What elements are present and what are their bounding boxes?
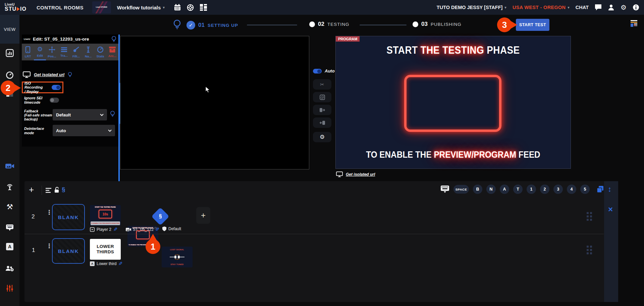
row-menu-kebab[interactable]: ⋮ <box>46 244 52 248</box>
get-isolated-url-row: Get isolated url <box>23 71 72 78</box>
cut-button[interactable]: ✂ <box>313 79 331 90</box>
key-n[interactable]: N <box>486 185 496 194</box>
key-5[interactable]: 5 <box>580 185 590 194</box>
ignore-sei-toggle[interactable] <box>50 98 59 103</box>
row-menu-kebab[interactable]: ⋮ <box>46 211 52 214</box>
analytics-icon[interactable] <box>6 49 14 57</box>
push-in-button[interactable] <box>313 105 331 115</box>
tab-transition[interactable]: Tra... <box>58 44 70 60</box>
calendar-icon[interactable] <box>174 4 181 11</box>
step-label: PUBLISHING <box>431 22 462 27</box>
chat-bubble-icon[interactable] <box>595 4 602 11</box>
guests-icon[interactable] <box>5 265 14 272</box>
lightbulb-icon[interactable] <box>173 19 181 30</box>
row-drag-handle[interactable] <box>587 246 592 254</box>
info-icon[interactable] <box>633 4 639 11</box>
media-player-icon <box>90 227 95 232</box>
duplicate-icon[interactable] <box>597 186 604 193</box>
workflow-thumbnail[interactable]: LiveU STUDIO <box>92 1 111 13</box>
section-link-icon[interactable]: § <box>62 186 65 193</box>
close-icon[interactable]: × <box>608 205 613 214</box>
toolbar-divider <box>42 186 42 195</box>
key-a[interactable]: A <box>500 185 509 194</box>
get-isolated-url-link[interactable]: Get isolated url <box>34 72 64 77</box>
auto-transition-row: Auto <box>313 68 335 73</box>
user-icon[interactable] <box>608 4 614 11</box>
deinterlace-select[interactable]: Auto <box>53 125 115 136</box>
edit-pencil-icon[interactable]: ✎ <box>118 261 123 267</box>
support-icon[interactable] <box>187 4 194 11</box>
fallback-select[interactable]: Default <box>53 109 107 120</box>
key-4[interactable]: 4 <box>567 185 576 194</box>
key-t[interactable]: T <box>513 185 523 194</box>
right-panel-toggle-icon[interactable] <box>630 19 638 28</box>
transition-settings-button[interactable]: ⚙ <box>313 132 331 142</box>
scene-item-lower-thirds[interactable]: LOWER THIRDS <box>90 239 121 260</box>
broadcast-icon[interactable] <box>6 183 14 191</box>
layout-panels-icon[interactable] <box>200 4 207 11</box>
settings-gear-icon[interactable]: ⚙ <box>621 4 627 11</box>
tab-stats[interactable]: Stats <box>94 44 106 60</box>
lightbulb-icon[interactable] <box>110 111 115 117</box>
tab-edit[interactable]: ⚙ Edit <box>34 44 46 60</box>
blank-scene-button[interactable]: BLANK <box>52 238 85 264</box>
key-b[interactable]: B <box>473 185 482 194</box>
speedometer-icon[interactable] <box>6 71 14 79</box>
tools-icon[interactable]: ⚒ <box>6 203 13 211</box>
view-section: VIEW <box>0 15 19 44</box>
edit-pencil-icon[interactable]: ✎ <box>113 226 118 233</box>
preview-monitor <box>120 36 309 169</box>
workflow-tutorials-menu[interactable]: Workflow tutorials ▾ <box>117 5 165 10</box>
start-test-button[interactable]: START TEST <box>516 19 549 31</box>
scene-item-default[interactable]: LOST SIGNAL STAY TUNED <box>162 247 193 267</box>
row-number: 2 <box>32 213 35 220</box>
iso-recording-toggle[interactable] <box>52 85 61 90</box>
control-rooms-label[interactable]: CONTROL ROOMS <box>37 5 84 10</box>
titles-icon[interactable]: A <box>6 243 13 250</box>
align-lines-icon[interactable] <box>46 188 52 193</box>
transition-wipe-button[interactable] <box>313 92 331 102</box>
reorder-updown-icon[interactable]: ↕ <box>608 185 611 194</box>
key-1[interactable]: 1 <box>527 185 536 194</box>
lower-third-label-row: A Lower third ✎ <box>90 261 123 267</box>
keyboard-icon[interactable] <box>440 185 449 193</box>
step-number: 03 <box>421 21 428 28</box>
lightbulb-icon[interactable] <box>111 36 116 43</box>
add-scene-button[interactable]: + <box>29 185 34 195</box>
key-2[interactable]: 2 <box>540 185 549 194</box>
tab-name[interactable]: Na... <box>82 44 94 60</box>
tab-archive[interactable]: Arc... <box>106 44 118 60</box>
step-label: TESTING <box>327 22 350 27</box>
scissors-icon: ✂ <box>320 82 324 88</box>
tab-position[interactable]: Pos... <box>46 44 58 60</box>
edit-panel-tabs: LRT ⚙ Edit Pos... Tra... Filt... Na... S… <box>22 44 118 60</box>
region-selector[interactable]: USA WEST - OREGON ▾ <box>513 5 570 10</box>
tab-filters[interactable]: Filt... <box>70 44 82 60</box>
add-item-button[interactable]: + <box>196 207 210 224</box>
row-divider <box>24 234 604 234</box>
scene-item-label: Player 2 <box>97 227 111 232</box>
slide-in-icon <box>319 107 325 113</box>
auto-toggle[interactable] <box>313 69 322 73</box>
get-isolated-url-link[interactable]: Get isolated url <box>346 172 375 177</box>
step-dot <box>309 21 315 27</box>
lightbulb-icon[interactable] <box>68 72 72 78</box>
workflow-thumbnail-text: LiveU STUDIO <box>96 6 107 8</box>
chat-keyboard-icon[interactable] <box>6 224 14 232</box>
push-out-button[interactable] <box>313 117 331 128</box>
tab-lrt[interactable]: LRT <box>22 44 34 60</box>
chat-button[interactable]: CHAT <box>576 5 589 10</box>
lost-signal-label: LOST SIGNAL <box>162 249 193 251</box>
key-3[interactable]: 3 <box>553 185 563 194</box>
key-space[interactable]: SPACE <box>453 185 469 194</box>
video-camera-icon[interactable] <box>5 163 14 169</box>
unlock-icon[interactable] <box>54 187 60 193</box>
row-drag-handle[interactable] <box>587 212 592 221</box>
edit-panel-header: LiveU Edit: ST_05_12203_us-ore <box>22 35 118 44</box>
audio-mixer-icon[interactable] <box>6 285 13 292</box>
edit-pencil-icon[interactable]: ✎ <box>155 226 160 233</box>
user-menu[interactable]: TUTO DEMO JESSY [STAFF] ▾ <box>437 5 506 10</box>
blank-scene-button[interactable]: BLANK <box>52 204 85 230</box>
step-label: SETTING UP <box>208 23 238 28</box>
scene-item-player2[interactable]: START THE TESTING PHASE 10s TO ENABLE TH… <box>90 205 121 226</box>
